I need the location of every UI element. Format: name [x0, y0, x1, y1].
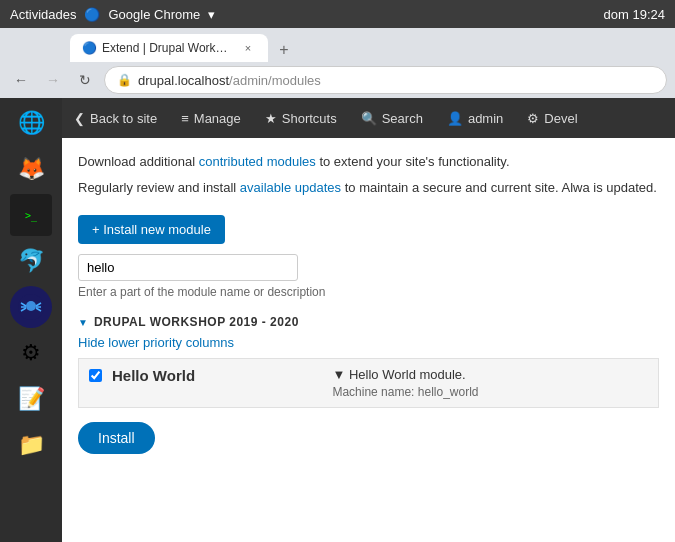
info-text-2: Regularly review and install available u… — [78, 178, 659, 198]
module-desc-col: ▼ Hello World module. Machine name: hell… — [332, 367, 648, 399]
module-name: Hello World — [112, 367, 322, 384]
url-bar[interactable]: 🔒 drupal.localhost/admin/modules — [104, 66, 667, 94]
search-icon: 🔍 — [361, 111, 377, 126]
url-domain: drupal.localhost — [138, 73, 229, 88]
activities-button[interactable]: Actividades — [10, 7, 76, 22]
module-row: Hello World ▼ Hello World module. Machin… — [78, 358, 659, 408]
module-desc-text: Hello World module. — [349, 367, 466, 382]
admin-icon: 👤 — [447, 111, 463, 126]
new-tab-button[interactable]: + — [272, 38, 296, 62]
back-button[interactable]: ← — [8, 67, 34, 93]
search-hint: Enter a part of the module name or descr… — [78, 285, 659, 299]
nav-devel[interactable]: ⚙ Devel — [515, 98, 589, 138]
browser-chrome: 🔵 Extend | Drupal Worksho × + ← → ↻ 🔒 dr… — [0, 28, 675, 98]
info-text-1: Download additional contributed modules … — [78, 152, 659, 172]
browser-content: ❮ Back to site ≡ Manage ★ Shortcuts 🔍 Se… — [62, 98, 675, 542]
manage-label: Manage — [194, 111, 241, 126]
os-taskbar: Actividades 🔵 Google Chrome ▾ dom 19:24 — [0, 0, 675, 28]
sidebar-icon-files[interactable]: 📁 — [10, 424, 52, 466]
active-tab[interactable]: 🔵 Extend | Drupal Worksho × — [70, 34, 268, 62]
machine-name-value: hello_world — [418, 385, 479, 399]
shortcuts-icon: ★ — [265, 111, 277, 126]
search-field-wrapper: Enter a part of the module name or descr… — [78, 254, 659, 299]
module-desc-arrow: ▼ — [332, 367, 345, 382]
address-bar: ← → ↻ 🔒 drupal.localhost/admin/modules — [0, 62, 675, 98]
admin-label: admin — [468, 111, 503, 126]
dropdown-icon[interactable]: ▾ — [208, 7, 215, 22]
back-to-site-label: Back to site — [90, 111, 157, 126]
tab-bar: 🔵 Extend | Drupal Worksho × + — [0, 28, 675, 62]
available-updates-link[interactable]: available updates — [240, 180, 341, 195]
nav-admin[interactable]: 👤 admin — [435, 98, 515, 138]
nav-shortcuts[interactable]: ★ Shortcuts — [253, 98, 349, 138]
reload-button[interactable]: ↻ — [72, 67, 98, 93]
module-machine-name: Machine name: hello_world — [332, 385, 648, 399]
chrome-os-icon: 🔵 — [84, 7, 100, 22]
lock-icon: 🔒 — [117, 73, 132, 87]
os-sidebar: 🌐 🦊 >_ 🐬 ⚙ 📝 📁 — [0, 98, 62, 542]
spider-svg — [17, 293, 45, 321]
svg-point-1 — [26, 301, 36, 311]
sidebar-icon-notepad[interactable]: 📝 — [10, 378, 52, 420]
nav-search[interactable]: 🔍 Search — [349, 98, 435, 138]
sidebar-icon-firefox[interactable]: 🦊 — [10, 148, 52, 190]
module-checkbox[interactable] — [89, 369, 102, 382]
module-description: ▼ Hello World module. — [332, 367, 648, 382]
sidebar-icon-spider[interactable] — [10, 286, 52, 328]
sidebar-icon-terminal[interactable]: >_ — [10, 194, 52, 236]
devel-icon: ⚙ — [527, 111, 539, 126]
browser-name: Google Chrome — [108, 7, 200, 22]
sidebar-icon-mysql[interactable]: 🐬 — [10, 240, 52, 282]
page-content: Download additional contributed modules … — [62, 138, 675, 542]
nav-manage[interactable]: ≡ Manage — [169, 98, 253, 138]
tab-close-button[interactable]: × — [240, 40, 256, 56]
devel-label: Devel — [544, 111, 577, 126]
drupal-navbar: ❮ Back to site ≡ Manage ★ Shortcuts 🔍 Se… — [62, 98, 675, 138]
forward-button[interactable]: → — [40, 67, 66, 93]
install-new-module-button[interactable]: + Install new module — [78, 215, 225, 244]
nav-back-to-site[interactable]: ❮ Back to site — [62, 98, 169, 138]
section-triangle-icon[interactable]: ▼ — [78, 317, 88, 328]
tab-title: Extend | Drupal Worksho — [102, 41, 232, 55]
back-icon: ❮ — [74, 111, 85, 126]
clock: dom 19:24 — [604, 7, 665, 22]
manage-icon: ≡ — [181, 111, 189, 126]
install-button[interactable]: Install — [78, 422, 155, 454]
module-search-input[interactable] — [78, 254, 298, 281]
search-label: Search — [382, 111, 423, 126]
url-text: drupal.localhost/admin/modules — [138, 73, 321, 88]
tab-favicon: 🔵 — [82, 41, 96, 55]
hide-columns-link[interactable]: Hide lower priority columns — [78, 335, 659, 350]
url-path: /admin/modules — [229, 73, 321, 88]
section-title: DRUPAL WORKSHOP 2019 - 2020 — [94, 315, 299, 329]
section-header: ▼ DRUPAL WORKSHOP 2019 - 2020 — [78, 315, 659, 329]
sidebar-icon-chrome[interactable]: 🌐 — [10, 102, 52, 144]
contributed-modules-link[interactable]: contributed modules — [199, 154, 316, 169]
sidebar-icon-settings[interactable]: ⚙ — [10, 332, 52, 374]
main-layout: 🌐 🦊 >_ 🐬 ⚙ 📝 📁 ❮ Back to site — [0, 98, 675, 542]
shortcuts-label: Shortcuts — [282, 111, 337, 126]
